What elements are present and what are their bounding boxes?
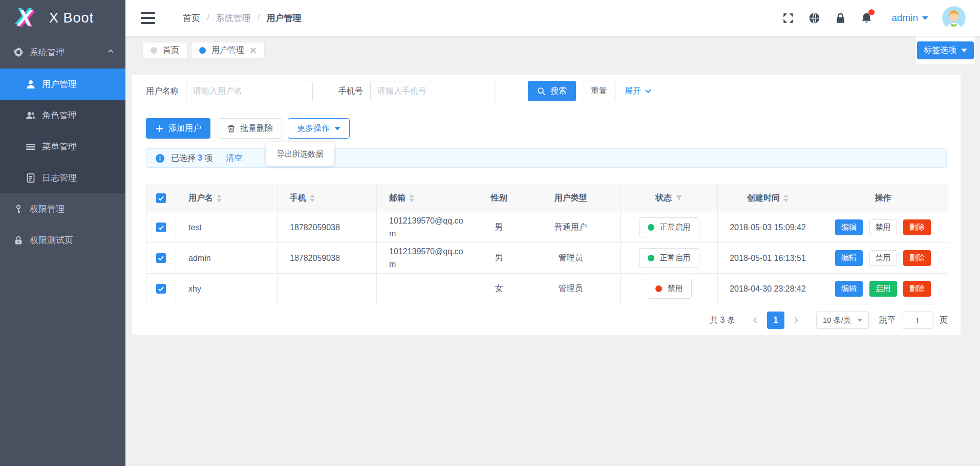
next-page-icon[interactable] — [787, 312, 805, 329]
delete-button[interactable]: 删除 — [903, 281, 931, 297]
username-input[interactable] — [186, 81, 313, 101]
user-management-card: 用户名称 手机号 搜索 重置 展开 — [132, 74, 961, 336]
edit-button[interactable]: 编辑 — [835, 281, 863, 297]
sidebar-item-permission-test[interactable]: 权限测试页 — [0, 225, 125, 256]
status-dot-enabled — [648, 224, 654, 231]
pagination-total: 共 3 条 — [710, 315, 735, 326]
jump-label: 跳至 — [879, 315, 896, 326]
reset-button[interactable]: 重置 — [583, 81, 615, 101]
sidebar-item-menu-management[interactable]: 菜单管理 — [0, 131, 125, 162]
tab-dot-active — [199, 47, 206, 54]
row-checkbox[interactable] — [156, 253, 166, 263]
more-actions-button[interactable]: 更多操作 — [288, 118, 350, 139]
add-user-button[interactable]: 添加用户 — [146, 118, 210, 139]
key-icon — [13, 204, 24, 214]
sidebar-item-log-management[interactable]: 日志管理 — [0, 162, 125, 193]
gear-icon — [13, 47, 24, 57]
logo: X X X X Boot — [0, 0, 125, 36]
hamburger-menu-icon[interactable] — [139, 10, 157, 26]
page-number-current[interactable]: 1 — [767, 312, 784, 329]
row-checkbox[interactable] — [156, 284, 166, 294]
sidebar-group-system[interactable]: 系统管理 — [0, 36, 125, 69]
plus-icon — [155, 124, 164, 133]
clear-selection-link[interactable]: 清空 — [226, 153, 242, 164]
sort-icon[interactable] — [310, 194, 315, 202]
more-actions-dropdown: 导出所选数据 — [266, 142, 334, 166]
users-table: 用户名 手机 邮箱 性别 用户类型 状态 创建时间 操作 — [146, 184, 948, 304]
cell-email: 1012139570@qq.com — [389, 246, 466, 271]
expand-link[interactable]: 展开 — [625, 86, 652, 97]
table-row: xhy 女 管理员 禁用 2018-04-30 23:28:42 编辑 启用 删… — [146, 274, 948, 304]
menu-list-icon — [26, 142, 36, 152]
users-icon — [26, 110, 36, 121]
jump-page-input[interactable] — [902, 312, 933, 329]
main-area: 首页 / 系统管理 / 用户管理 — [125, 0, 980, 466]
page-size-select[interactable]: 10 条/页 — [816, 312, 869, 329]
sidebar-group-label: 系统管理 — [30, 47, 65, 58]
edit-button[interactable]: 编辑 — [835, 219, 863, 235]
user-menu[interactable]: admin — [891, 12, 928, 24]
select-all-checkbox[interactable] — [156, 193, 166, 203]
language-globe-icon[interactable] — [808, 12, 820, 24]
enable-button[interactable]: 启用 — [869, 281, 897, 297]
cell-user-type: 普通用户 — [521, 212, 621, 243]
selection-count: 3 — [198, 153, 202, 162]
search-button[interactable]: 搜索 — [528, 81, 576, 101]
row-checkbox[interactable] — [156, 223, 166, 232]
app-screen: X X X X Boot 系统管理 用户管理 — [0, 0, 980, 466]
search-icon — [537, 87, 546, 96]
sort-icon[interactable] — [409, 194, 414, 202]
sidebar-item-role-management[interactable]: 角色管理 — [0, 100, 125, 131]
delete-button[interactable]: 删除 — [903, 219, 931, 235]
tab-options-button[interactable]: 标签选项 — [917, 41, 974, 59]
status-badge: 禁用 — [647, 279, 692, 299]
disable-button[interactable]: 禁用 — [869, 250, 897, 266]
breadcrumb-home[interactable]: 首页 — [183, 12, 200, 24]
batch-delete-button[interactable]: 批量删除 — [218, 118, 282, 139]
table-header-row: 用户名 手机 邮箱 性别 用户类型 状态 创建时间 操作 — [146, 184, 948, 212]
delete-button[interactable]: 删除 — [903, 250, 931, 266]
notification-badge-dot — [868, 9, 875, 15]
sort-icon[interactable] — [783, 194, 789, 202]
notifications-bell-icon[interactable] — [860, 12, 872, 24]
topbar: 首页 / 系统管理 / 用户管理 — [125, 0, 980, 36]
chevron-up-icon — [107, 47, 114, 57]
sidebar-item-user-management[interactable]: 用户管理 — [0, 69, 125, 100]
close-icon[interactable] — [250, 47, 257, 54]
table-row: admin 18782059038 1012139570@qq.com 男 管理… — [146, 243, 948, 274]
prev-page-icon[interactable] — [747, 312, 764, 329]
cell-username: test — [176, 212, 278, 243]
cell-created: 2018-05-01 16:13:51 — [718, 243, 818, 274]
username-label: 用户名称 — [146, 86, 179, 97]
dropdown-item-export-selected[interactable]: 导出所选数据 — [266, 145, 334, 163]
breadcrumb-current: 用户管理 — [266, 12, 301, 24]
breadcrumb-separator: / — [258, 13, 260, 23]
cell-created: 2018-04-30 23:28:42 — [718, 274, 818, 304]
edit-button[interactable]: 编辑 — [835, 250, 863, 266]
toolbar-row: 添加用户 批量删除 更多操作 导出所选数据 — [146, 118, 947, 139]
breadcrumb-section[interactable]: 系统管理 — [216, 12, 251, 24]
sort-icon[interactable] — [217, 194, 222, 202]
cell-created: 2018-05-03 15:09:42 — [718, 212, 818, 243]
status-badge: 正常启用 — [639, 248, 699, 268]
fullscreen-icon[interactable] — [782, 12, 794, 24]
cell-phone: 18782059038 — [278, 212, 377, 243]
filter-funnel-icon[interactable] — [675, 194, 683, 202]
trash-icon — [227, 124, 236, 133]
cell-email: 1012139570@qq.com — [389, 215, 466, 240]
cell-username: admin — [176, 243, 278, 274]
avatar[interactable] — [942, 6, 966, 30]
cell-user-type: 管理员 — [521, 274, 621, 304]
breadcrumb-separator: / — [207, 13, 209, 23]
tab-home[interactable]: 首页 — [142, 42, 187, 58]
cell-phone: 18782059038 — [278, 243, 377, 274]
status-badge: 正常启用 — [639, 217, 699, 237]
disable-button[interactable]: 禁用 — [869, 219, 897, 235]
sidebar-item-permission-management[interactable]: 权限管理 — [0, 193, 125, 225]
tab-user-management[interactable]: 用户管理 — [191, 42, 265, 58]
filter-row: 用户名称 手机号 搜索 重置 展开 — [146, 81, 947, 101]
tab-options-container: 标签选项 — [915, 36, 975, 64]
lock-icon — [13, 235, 24, 246]
phone-input[interactable] — [370, 81, 496, 101]
lock-screen-icon[interactable] — [834, 12, 846, 24]
